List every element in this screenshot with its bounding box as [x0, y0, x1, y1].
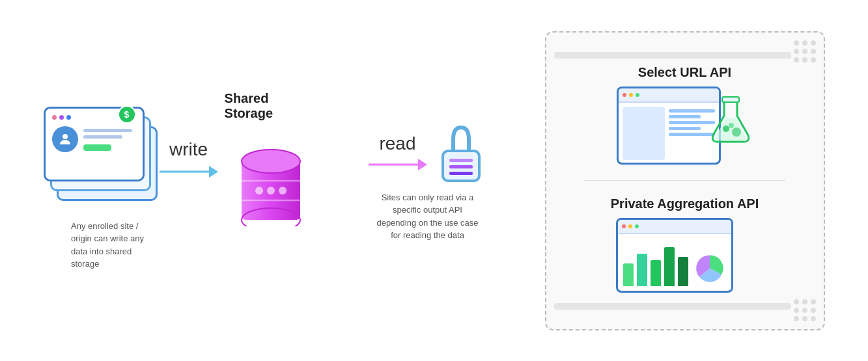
card-line-2 — [83, 135, 122, 139]
bar-4 — [664, 247, 675, 286]
svg-rect-11 — [449, 165, 473, 168]
read-arrow-section: read — [369, 133, 427, 171]
svg-point-16 — [729, 123, 734, 128]
flow-main: $ write Shared Storage — [44, 91, 317, 226]
b-line-4 — [669, 127, 701, 130]
deco-dot — [802, 49, 807, 54]
dot-pink — [52, 115, 57, 120]
left-section: $ write Shared Storage — [44, 91, 317, 271]
browser-content-1 — [619, 103, 719, 164]
b-dot-red — [623, 93, 626, 97]
deco-dot — [811, 308, 816, 313]
private-aggregation-api-item: Private Aggregation API — [611, 196, 759, 296]
svg-rect-13 — [722, 97, 739, 102]
browser-bar-2 — [618, 220, 731, 234]
gray-bar-bottom — [554, 303, 791, 310]
read-label: read — [379, 133, 415, 154]
dot-purple — [59, 115, 64, 120]
read-arrow — [369, 158, 427, 171]
svg-point-7 — [267, 187, 275, 194]
middle-section: read Sites can only read via a specific … — [317, 120, 525, 242]
select-url-api-title: Select URL API — [638, 65, 731, 80]
chart-area — [618, 234, 731, 291]
flask-svg — [708, 93, 753, 145]
bar-1 — [623, 263, 634, 286]
svg-point-2 — [242, 150, 300, 173]
select-url-browser — [617, 87, 753, 165]
bar-2 — [637, 254, 647, 286]
lock-svg — [435, 120, 487, 185]
gray-bar-top — [554, 52, 791, 59]
write-desc: Any enrolled site / origin can write any… — [71, 220, 159, 271]
avatar — [52, 126, 78, 152]
shared-storage-label: Shared Storage — [225, 91, 317, 121]
card-line-1 — [83, 129, 132, 132]
deco-dot — [794, 316, 799, 321]
write-arrow-section: write — [160, 139, 218, 178]
bar-3 — [651, 260, 661, 286]
svg-point-6 — [255, 187, 263, 194]
deco-dot — [802, 57, 807, 62]
deco-dot — [811, 40, 816, 46]
write-arrow — [160, 165, 218, 178]
api-divider — [584, 180, 785, 181]
deco-dot — [811, 316, 816, 321]
dot-blue — [66, 115, 71, 120]
browser-window-2 — [616, 218, 733, 293]
b-dot-green — [636, 93, 639, 97]
deco-dot — [794, 299, 799, 304]
browser-window-1 — [617, 87, 721, 165]
site-card-stack: $ — [44, 107, 153, 211]
cylinder-svg — [238, 129, 303, 226]
b-left-panel — [623, 107, 665, 160]
deco-dot — [802, 299, 807, 304]
deco-dots-top — [794, 40, 816, 62]
deco-dot — [794, 49, 799, 54]
svg-point-0 — [63, 134, 68, 139]
deco-dots-bottom — [794, 299, 816, 321]
read-desc: Sites can only read via a specific outpu… — [372, 191, 483, 242]
card-body — [52, 126, 140, 152]
write-label: write — [169, 139, 208, 160]
site-card-front: $ — [44, 107, 145, 181]
browser-bar-1 — [619, 88, 719, 103]
svg-point-15 — [732, 127, 741, 137]
deco-dot — [802, 308, 807, 313]
read-flow: read — [369, 120, 487, 185]
private-aggregation-api-title: Private Aggregation API — [611, 196, 759, 211]
svg-point-8 — [279, 187, 287, 194]
svg-rect-10 — [449, 159, 473, 162]
card-lines — [83, 129, 140, 151]
deco-dot — [802, 40, 807, 46]
dollar-badge: $ — [118, 105, 136, 124]
deco-dot — [794, 40, 799, 46]
deco-dot — [811, 49, 816, 54]
right-section: Select URL API — [545, 31, 825, 330]
deco-dot — [794, 57, 799, 62]
bar-5 — [678, 257, 688, 286]
svg-rect-12 — [449, 172, 473, 175]
b-line-2 — [669, 115, 701, 118]
b-dot-yellow — [629, 93, 633, 97]
svg-point-14 — [723, 126, 729, 132]
deco-dot — [811, 57, 816, 62]
deco-dot — [802, 316, 807, 321]
b-dot-red-2 — [622, 224, 626, 228]
pie-chart-svg — [693, 250, 726, 286]
private-agg-browser — [616, 218, 753, 296]
b-dot-green-2 — [635, 224, 639, 228]
diagram-container: $ write Shared Storage — [18, 12, 851, 350]
card-line-green — [83, 144, 112, 151]
b-dot-yellow-2 — [628, 224, 632, 228]
bar-chart — [623, 241, 688, 286]
deco-dot — [811, 299, 816, 304]
select-url-api-item: Select URL API — [617, 65, 753, 165]
deco-dot — [794, 308, 799, 313]
db-section: Shared Storage — [225, 91, 317, 226]
